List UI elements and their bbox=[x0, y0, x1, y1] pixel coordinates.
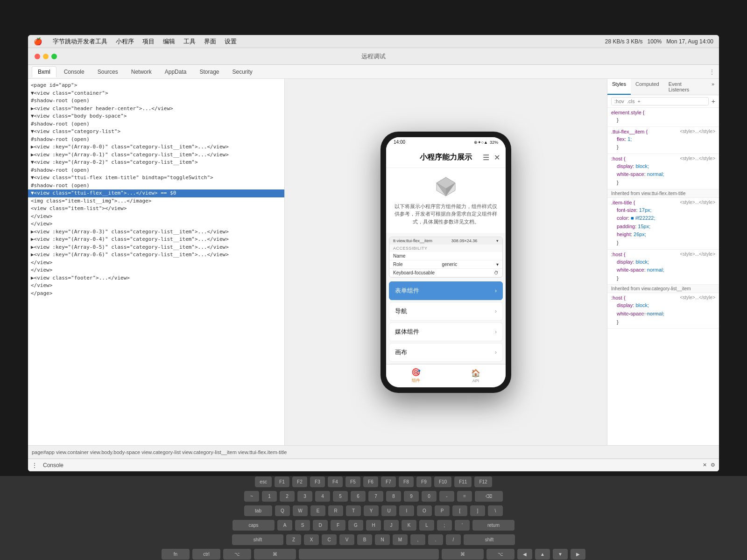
code-line[interactable]: ▶<view :key="(Array-0-5)" class="categor… bbox=[28, 244, 284, 252]
key-option[interactable]: ⌥ bbox=[223, 549, 251, 560]
key-e[interactable]: E bbox=[310, 505, 325, 516]
key-f10[interactable]: F10 bbox=[434, 476, 451, 487]
code-line[interactable]: ▼<view class="container"> bbox=[28, 90, 284, 98]
code-line[interactable]: ▼<view class="ttui-flex item-title" bind… bbox=[28, 174, 284, 182]
phone-tab-component[interactable]: 🎯 组件 bbox=[386, 368, 446, 384]
code-line[interactable]: </view> bbox=[28, 213, 284, 221]
key-left[interactable]: ◀ bbox=[517, 549, 532, 560]
code-line[interactable]: ▶<view class="header header-center">...<… bbox=[28, 105, 284, 113]
code-line[interactable]: ▼<view class="body body-space"> bbox=[28, 112, 284, 120]
key-d[interactable]: D bbox=[313, 520, 328, 531]
code-line[interactable]: </page> bbox=[28, 290, 284, 298]
key-cmd-left[interactable]: ⌘ bbox=[254, 549, 296, 560]
key-f11[interactable]: F11 bbox=[454, 476, 472, 487]
code-line[interactable]: ▶<view :key="(Array-0-1)" class="categor… bbox=[28, 151, 284, 159]
key-2[interactable]: 2 bbox=[280, 491, 295, 502]
key-9[interactable]: 9 bbox=[404, 491, 419, 502]
key-a[interactable]: A bbox=[277, 520, 292, 531]
key-g[interactable]: G bbox=[348, 520, 363, 531]
code-line[interactable]: #shadow-root (open) bbox=[28, 136, 284, 144]
styles-tab-events[interactable]: Event Listeners bbox=[664, 79, 707, 95]
key-esc[interactable]: esc bbox=[255, 476, 272, 487]
key-space[interactable] bbox=[299, 549, 439, 560]
key-v[interactable]: V bbox=[339, 534, 354, 545]
key-z[interactable]: Z bbox=[286, 534, 301, 545]
key-o[interactable]: O bbox=[417, 505, 432, 516]
menubar-project[interactable]: 项目 bbox=[142, 37, 155, 46]
apple-menu[interactable]: 🍎 bbox=[34, 37, 42, 46]
key-comma[interactable]: , bbox=[410, 534, 425, 545]
key-f8[interactable]: F8 bbox=[399, 476, 414, 487]
key-y[interactable]: Y bbox=[364, 505, 379, 516]
key-capslock[interactable]: caps bbox=[233, 520, 275, 531]
tab-sources[interactable]: Sources bbox=[92, 67, 124, 77]
key-c[interactable]: C bbox=[322, 534, 337, 545]
code-line[interactable]: #shadow-root (open) bbox=[28, 97, 284, 105]
key-m[interactable]: M bbox=[393, 534, 408, 545]
key-rbracket[interactable]: ] bbox=[470, 505, 485, 516]
key-x[interactable]: X bbox=[304, 534, 319, 545]
menubar-miniprogram[interactable]: 小程序 bbox=[116, 37, 134, 46]
key-1[interactable]: 1 bbox=[262, 491, 277, 502]
key-f12[interactable]: F12 bbox=[474, 476, 492, 487]
key-h[interactable]: H bbox=[366, 520, 381, 531]
code-line[interactable]: </view> bbox=[28, 259, 284, 267]
tab-storage[interactable]: Storage bbox=[194, 67, 225, 77]
key-backspace[interactable]: ⌫ bbox=[475, 491, 503, 502]
phone-tab-api[interactable]: 🏠 API bbox=[446, 369, 506, 383]
code-line[interactable]: ▶<view class="footer">...</view> bbox=[28, 274, 284, 282]
key-u[interactable]: U bbox=[381, 505, 396, 516]
maximize-button[interactable] bbox=[51, 54, 57, 59]
key-3[interactable]: 3 bbox=[297, 491, 312, 502]
key-slash[interactable]: / bbox=[446, 534, 461, 545]
code-line[interactable]: ▼<view class="ttui-flex__item">...</view… bbox=[28, 189, 284, 197]
key-p[interactable]: P bbox=[435, 505, 450, 516]
code-line[interactable]: ▶<view :key="(Array-0-4)" class="categor… bbox=[28, 236, 284, 244]
minimize-button[interactable] bbox=[43, 54, 49, 59]
code-line[interactable]: </view> bbox=[28, 220, 284, 228]
phone-list-item[interactable]: 画布› bbox=[389, 343, 503, 362]
phone-body[interactable]: 以下将展示小程序官方组件能力，组件样式仅供参考，开发者可根据自身需求自定义组件样… bbox=[386, 168, 506, 364]
code-line[interactable]: ▶<view :key="(Array-0-6)" class="categor… bbox=[28, 251, 284, 259]
key-l[interactable]: L bbox=[419, 520, 434, 531]
key-shift-left[interactable]: shift bbox=[232, 534, 283, 545]
styles-tab-more[interactable]: » bbox=[707, 79, 719, 95]
key-option-right[interactable]: ⌥ bbox=[486, 549, 514, 560]
key-4[interactable]: 4 bbox=[315, 491, 330, 502]
code-line[interactable]: </view> bbox=[28, 266, 284, 274]
key-lbracket[interactable]: [ bbox=[452, 505, 467, 516]
code-line[interactable]: </view> bbox=[28, 282, 284, 290]
tab-network[interactable]: Network bbox=[126, 67, 157, 77]
key-f6[interactable]: F6 bbox=[363, 476, 378, 487]
key-5[interactable]: 5 bbox=[333, 491, 348, 502]
phone-list-item[interactable]: 媒体组件› bbox=[389, 322, 503, 341]
close-button[interactable] bbox=[35, 54, 40, 59]
key-j[interactable]: J bbox=[384, 520, 399, 531]
key-quote[interactable]: ' bbox=[455, 520, 470, 531]
key-6[interactable]: 6 bbox=[351, 491, 366, 502]
key-up[interactable]: ▲ bbox=[535, 549, 550, 560]
key-w[interactable]: W bbox=[293, 505, 308, 516]
code-line[interactable]: <page id="app"> bbox=[28, 82, 284, 90]
key-f5[interactable]: F5 bbox=[345, 476, 360, 487]
more-icon[interactable]: ⋮ bbox=[709, 68, 715, 76]
key-f2[interactable]: F2 bbox=[292, 476, 307, 487]
key-q[interactable]: Q bbox=[275, 505, 290, 516]
tab-appdata[interactable]: AppData bbox=[159, 67, 192, 77]
console-close-icon[interactable]: ✕ bbox=[703, 462, 707, 468]
menubar-edit[interactable]: 编辑 bbox=[163, 37, 175, 46]
menubar-interface[interactable]: 界面 bbox=[204, 37, 216, 46]
key-f3[interactable]: F3 bbox=[310, 476, 325, 487]
key-i[interactable]: I bbox=[399, 505, 414, 516]
styles-filter-input[interactable] bbox=[611, 97, 709, 105]
code-line[interactable]: #shadow-root (open) bbox=[28, 182, 284, 190]
code-line[interactable]: #shadow-root (open) bbox=[28, 120, 284, 128]
phone-list-item[interactable]: 表单组件› bbox=[389, 281, 503, 300]
key-shift-right[interactable]: shift bbox=[464, 534, 515, 545]
key-k[interactable]: K bbox=[402, 520, 416, 531]
key-f4[interactable]: F4 bbox=[328, 476, 343, 487]
code-line[interactable]: <view class="item-list"></view> bbox=[28, 205, 284, 213]
menubar-tools[interactable]: 工具 bbox=[183, 37, 196, 46]
key-n[interactable]: N bbox=[375, 534, 390, 545]
key-cmd-right[interactable]: ⌘ bbox=[442, 549, 484, 560]
